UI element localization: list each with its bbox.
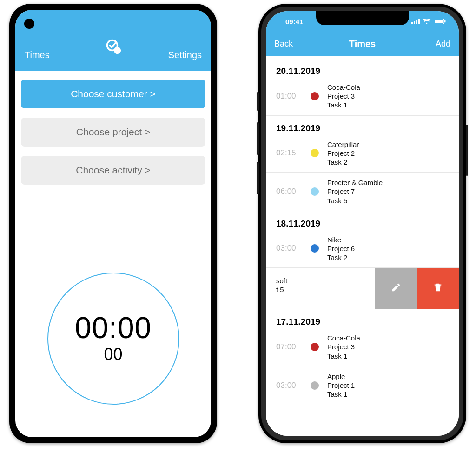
choose-project-button[interactable]: Choose project > (21, 118, 205, 147)
back-button[interactable]: Back (274, 39, 293, 49)
trash-icon (433, 282, 443, 294)
status-time: 09:41 (278, 18, 303, 26)
entry-customer: Coca-Cola (327, 333, 360, 342)
delete-action-button[interactable] (417, 268, 459, 309)
entry-duration: 03:00 (276, 244, 302, 253)
color-dot (311, 149, 319, 157)
time-entry[interactable]: 02:15 CaterpillarProject 2Task 2 (266, 134, 459, 173)
entry-task: Task 5 (327, 196, 383, 205)
entry-task: Task 2 (327, 158, 359, 167)
battery-icon (434, 18, 446, 26)
entry-duration: 03:00 (276, 381, 302, 390)
entry-project: Project 6 (327, 244, 355, 253)
time-entry[interactable]: 07:00 Coca-ColaProject 3Task 1 (266, 328, 459, 366)
peek-line1: soft (276, 277, 287, 285)
svg-point-1 (113, 47, 120, 54)
entry-project: Project 7 (327, 187, 383, 196)
timer-sub-value: 00 (104, 345, 122, 364)
entry-task: Task 1 (327, 390, 355, 399)
left-header: Times Settings (15, 10, 211, 71)
page-title: Times (349, 39, 376, 49)
peek-line2: t 5 (276, 286, 284, 293)
time-entry[interactable]: 01:00 Coca-ColaProject 3Task 1 (266, 77, 459, 115)
time-entry[interactable]: 06:00 Procter & GambleProject 7Task 5 (266, 173, 459, 211)
color-dot (311, 187, 319, 196)
time-entry[interactable]: 03:00 NikeProject 6Task 2 (266, 230, 459, 268)
section-date: 18.11.2019 (266, 211, 459, 230)
entry-project: Project 2 (327, 149, 359, 158)
choose-customer-button[interactable]: Choose customer > (21, 80, 205, 108)
section-date: 19.11.2019 (266, 116, 459, 134)
entry-duration: 02:15 (276, 148, 302, 158)
edit-action-button[interactable] (375, 268, 417, 309)
entry-task: Task 2 (327, 253, 355, 262)
nav-times[interactable]: Times (25, 50, 50, 60)
svg-rect-3 (414, 21, 415, 24)
section-date: 17.11.2019 (266, 309, 459, 328)
left-screen: Times Settings Choose customer > Choose … (15, 10, 211, 437)
times-list[interactable]: 20.11.2019 01:00 Coca-ColaProject 3Task … (266, 56, 459, 436)
iphone-mockup: 09:41 Back Times Add 20.11.2019 01:00 Co… (258, 4, 466, 443)
timer-start-button[interactable]: 00:00 00 (47, 273, 179, 405)
punch-hole-camera (24, 19, 34, 29)
section-date: 20.11.2019 (266, 56, 459, 77)
add-button[interactable]: Add (436, 39, 450, 49)
entry-duration: 01:00 (276, 92, 302, 101)
time-entry[interactable]: 03:00 AppleProject 1Task 1 (266, 366, 459, 405)
svg-rect-2 (411, 22, 413, 24)
color-dot (311, 381, 319, 390)
right-screen: 09:41 Back Times Add 20.11.2019 01:00 Co… (266, 11, 459, 436)
entry-task: Task 1 (327, 352, 360, 360)
entry-project: Project 1 (327, 381, 355, 390)
entry-task: Task 1 (327, 100, 360, 109)
entry-customer: Caterpillar (327, 140, 359, 149)
android-phone-mockup: Times Settings Choose customer > Choose … (9, 4, 217, 443)
entry-project: Project 3 (327, 342, 360, 351)
entry-project: Project 3 (327, 92, 360, 100)
svg-rect-4 (416, 20, 417, 24)
entry-customer: Apple (327, 372, 355, 381)
right-header: Back Times Add (266, 32, 459, 56)
choose-activity-button[interactable]: Choose activity > (21, 156, 205, 185)
signal-icon (411, 18, 420, 26)
svg-rect-5 (418, 19, 420, 24)
color-dot (311, 244, 319, 253)
pencil-icon (391, 282, 401, 294)
color-dot (311, 92, 319, 100)
entry-customer: Procter & Gamble (327, 178, 383, 187)
svg-rect-7 (435, 20, 443, 23)
entry-duration: 07:00 (276, 342, 302, 352)
svg-rect-8 (444, 20, 446, 22)
app-logo-icon (106, 39, 121, 54)
color-dot (311, 343, 319, 351)
notch (316, 11, 409, 25)
timer-main-value: 00:00 (75, 313, 152, 343)
time-entry-swiped[interactable]: softt 5 (266, 268, 459, 309)
entry-customer: Nike (327, 235, 355, 244)
entry-customer: Coca-Cola (327, 83, 360, 92)
entry-duration: 06:00 (276, 187, 302, 196)
nav-settings[interactable]: Settings (168, 50, 202, 60)
wifi-icon (423, 18, 431, 26)
